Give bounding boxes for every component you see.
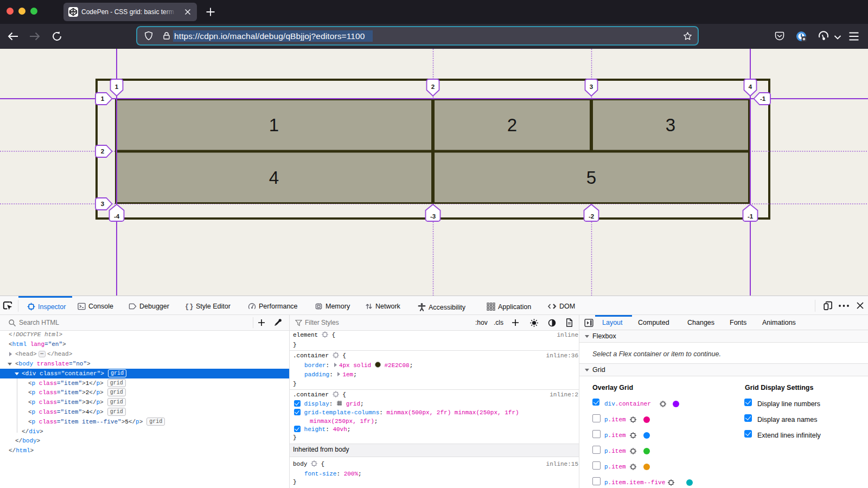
svg-text:4: 4: [749, 84, 752, 90]
svg-text:1: 1: [269, 115, 279, 135]
svg-text:4: 4: [269, 168, 279, 188]
svg-text:2: 2: [431, 84, 435, 90]
svg-text:-1: -1: [748, 213, 754, 220]
svg-text:-3: -3: [430, 213, 436, 220]
svg-text:3: 3: [590, 84, 593, 90]
svg-text:3: 3: [101, 201, 104, 207]
svg-text:2: 2: [507, 115, 517, 135]
svg-text:2: 2: [101, 148, 104, 155]
svg-text:5: 5: [586, 168, 596, 188]
svg-text:-1: -1: [760, 95, 766, 102]
svg-text:3: 3: [666, 115, 675, 135]
svg-text:1: 1: [101, 95, 105, 102]
svg-text:-2: -2: [589, 213, 594, 220]
svg-text:-4: -4: [114, 213, 120, 220]
svg-text:1: 1: [115, 84, 119, 90]
